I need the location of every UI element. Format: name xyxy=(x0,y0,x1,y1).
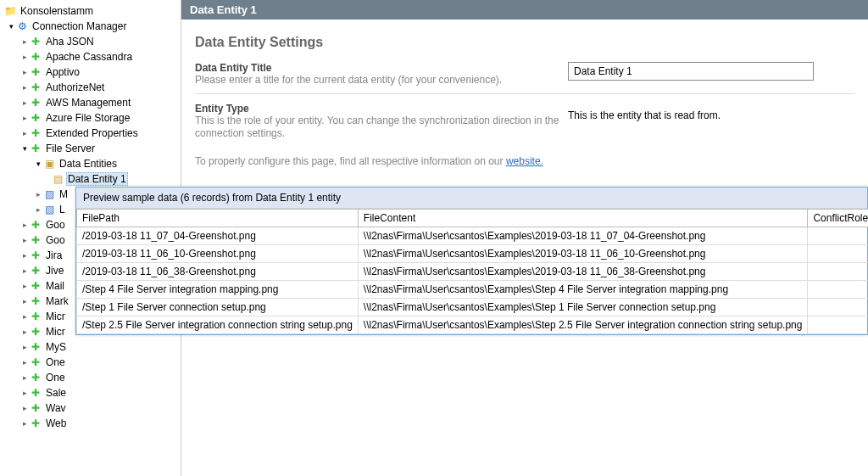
tree-item-label: Data Entity 1 xyxy=(66,172,128,186)
caret-icon: ▸ xyxy=(20,98,29,107)
tree-connection-manager[interactable]: ▾ ⚙ Connection Manager xyxy=(0,19,181,34)
table-row[interactable]: /2019-03-18 11_06_38-Greenshot.png\\l2na… xyxy=(77,263,869,281)
title-input[interactable] xyxy=(568,62,814,81)
table-cell xyxy=(808,245,868,263)
column-header[interactable]: FileContent xyxy=(358,210,808,227)
tree-item-label: Extended Properties xyxy=(44,126,140,140)
settings-heading: Data Entity Settings xyxy=(195,35,854,50)
table-cell: \\l2nas\Firma\User\csantos\Examples\Step… xyxy=(358,316,808,334)
tree-item-label: AWS Management xyxy=(44,96,132,109)
tree-item-label: File Server xyxy=(44,142,97,155)
tree-item-label: Goo xyxy=(44,218,67,232)
caret-icon: ▸ xyxy=(20,343,29,351)
caret-icon: ▸ xyxy=(20,236,29,244)
caret-icon: ▸ xyxy=(20,328,29,336)
caret-icon: ▾ xyxy=(7,22,15,31)
tree-item-aws-management[interactable]: ▸✚AWS Management xyxy=(0,95,181,110)
table-cell: /Step 1 File Server connection setup.png xyxy=(77,299,359,316)
tree-item-label: Jira xyxy=(44,249,64,262)
caret-icon: ▸ xyxy=(20,282,29,290)
folder-icon: 📁 xyxy=(3,5,17,17)
tree-item-label: One xyxy=(44,371,67,384)
plug-icon: ✚ xyxy=(29,234,42,246)
caret-icon: ▸ xyxy=(20,358,29,367)
tree-item-label: Jive xyxy=(44,264,65,277)
plug-icon: ✚ xyxy=(29,249,42,261)
tree-item-label: Micr xyxy=(44,310,67,323)
plug-icon: ✚ xyxy=(29,280,42,292)
tree-item-mys[interactable]: ▸✚MyS xyxy=(0,339,181,355)
tree-item-label: Aha JSON xyxy=(44,35,96,48)
field-title-row: Data Entity Title Please enter a title f… xyxy=(195,62,854,87)
tree-item-one[interactable]: ▸✚One xyxy=(0,370,181,385)
tree-item-file-server[interactable]: ▾✚File Server xyxy=(0,141,181,156)
tree-item-wav[interactable]: ▸✚Wav xyxy=(0,400,181,416)
table-cell xyxy=(808,281,868,299)
table-row[interactable]: /Step 2.5 File Server integration connec… xyxy=(77,316,869,334)
caret-icon: ▸ xyxy=(34,190,42,199)
type-label: Entity Type xyxy=(195,103,568,115)
tree-item-apptivo[interactable]: ▸✚Apptivo xyxy=(0,64,181,80)
plug-icon: ✚ xyxy=(29,265,42,277)
preview-table[interactable]: FilePathFileContentConflictRoleModified … xyxy=(76,209,868,334)
caret-icon: ▸ xyxy=(20,53,29,61)
plug-icon: ✚ xyxy=(29,372,42,384)
website-link[interactable]: website. xyxy=(506,155,543,167)
table-cell xyxy=(808,263,868,281)
tree-item-label: L xyxy=(58,203,67,216)
tree-item-label: Wav xyxy=(44,401,68,415)
box-icon: ▣ xyxy=(42,158,56,170)
caret-icon: ▸ xyxy=(20,37,29,46)
table-cell: /Step 4 File Server integration mapping.… xyxy=(77,281,359,299)
tree-item-aha-json[interactable]: ▸✚Aha JSON xyxy=(0,34,181,49)
config-note-text: To properly configure this page, find al… xyxy=(195,155,506,167)
column-header[interactable]: ConflictRole xyxy=(808,210,868,227)
tree-item-one[interactable]: ▸✚One xyxy=(0,355,181,370)
column-header[interactable]: FilePath xyxy=(77,210,359,227)
tree-item-azure-file-storage[interactable]: ▸✚Azure File Storage xyxy=(0,110,181,126)
plug-icon: ✚ xyxy=(29,295,42,307)
settings-panel: Data Entity Settings Data Entity Title P… xyxy=(181,20,868,176)
plug-icon: ✚ xyxy=(29,219,42,231)
tree-root[interactable]: 📁 Konsolenstamm xyxy=(0,3,181,19)
type-help: This is the role of your entity. You can… xyxy=(195,115,568,140)
table-cell xyxy=(808,316,868,334)
tree-item-data-entity-1[interactable]: ▤Data Entity 1 xyxy=(0,171,181,187)
table-cell: \\l2nas\Firma\User\csantos\Examples\2019… xyxy=(358,227,808,245)
table-cell: /2019-03-18 11_06_38-Greenshot.png xyxy=(77,263,359,281)
tree-item-apache-cassandra[interactable]: ▸✚Apache Cassandra xyxy=(0,49,181,64)
table-row[interactable]: /Step 1 File Server connection setup.png… xyxy=(77,299,869,316)
caret-icon: ▸ xyxy=(34,205,42,214)
caret-icon: ▸ xyxy=(20,68,29,76)
plug-icon: ✚ xyxy=(29,81,42,93)
preview-popup[interactable]: Preview sample data (6 records) from Dat… xyxy=(75,187,868,335)
table-cell: /2019-03-18 11_06_10-Greenshot.png xyxy=(77,245,359,263)
caret-icon: ▸ xyxy=(20,312,29,321)
tree-item-sale[interactable]: ▸✚Sale xyxy=(0,385,181,400)
table-cell: \\l2nas\Firma\User\csantos\Examples\2019… xyxy=(358,245,808,263)
tree-item-authorizenet[interactable]: ▸✚AuthorizeNet xyxy=(0,80,181,95)
preview-title: Preview sample data (6 records) from Dat… xyxy=(76,188,867,209)
tree-item-label: One xyxy=(44,356,67,369)
config-note: To properly configure this page, find al… xyxy=(195,155,854,167)
tree-item-data-entities[interactable]: ▾▣Data Entities xyxy=(0,156,181,171)
table-row[interactable]: /Step 4 File Server integration mapping.… xyxy=(77,281,869,299)
tree-item-label: Azure File Storage xyxy=(44,111,131,125)
tree-item-label: Web xyxy=(44,417,68,430)
tree-item-web[interactable]: ▸✚Web xyxy=(0,416,181,431)
caret-icon: ▸ xyxy=(20,129,29,137)
caret-icon: ▸ xyxy=(20,297,29,305)
plug-icon: ✚ xyxy=(29,36,42,48)
table-row[interactable]: /2019-03-18 11_07_04-Greenshot.png\\l2na… xyxy=(77,227,869,245)
tree-item-label: Apache Cassandra xyxy=(44,50,134,64)
tree-root-label: Konsolenstamm xyxy=(19,4,95,18)
plug-icon: ✚ xyxy=(29,402,42,414)
caret-icon: ▸ xyxy=(20,251,29,260)
caret-icon: ▾ xyxy=(34,160,42,168)
table-row[interactable]: /2019-03-18 11_06_10-Greenshot.png\\l2na… xyxy=(77,245,869,263)
tree-item-extended-properties[interactable]: ▸✚Extended Properties xyxy=(0,126,181,141)
table-cell: \\l2nas\Firma\User\csantos\Examples\Step… xyxy=(358,299,808,316)
tree-item-label: Data Entities xyxy=(58,157,119,171)
caret-icon: ▸ xyxy=(20,404,29,412)
caret-icon: ▸ xyxy=(20,114,29,122)
